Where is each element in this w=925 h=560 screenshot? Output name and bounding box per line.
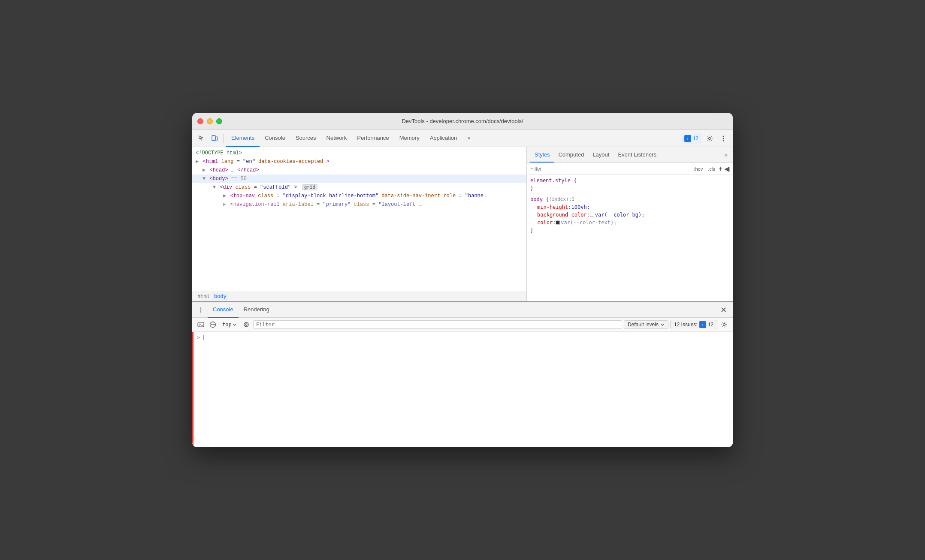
svg-point-20: [723, 324, 725, 326]
console-drawer: Console Rendering ✕: [192, 301, 733, 447]
tab-elements[interactable]: Elements: [226, 130, 260, 147]
window-title: DevTools - developer.chrome.com/docs/dev…: [402, 118, 523, 124]
console-cursor: |: [202, 334, 205, 340]
svg-point-11: [200, 311, 202, 313]
drawer-close-button[interactable]: ✕: [717, 304, 729, 316]
issues-button[interactable]: ! 12: [681, 133, 702, 144]
tab-memory[interactable]: Memory: [394, 130, 425, 147]
svg-point-17: [245, 324, 247, 325]
console-settings-button[interactable]: [719, 319, 729, 330]
more-options-button[interactable]: [717, 132, 729, 145]
console-issues-button[interactable]: 12 Issues: ! 12: [670, 320, 717, 329]
maximize-button[interactable]: [216, 118, 222, 124]
drawer-tab-rendering[interactable]: Rendering: [239, 302, 275, 318]
devtools-tabs: Elements Console Sources Network Perform…: [226, 130, 680, 147]
devtools-panel: Elements Console Sources Network Perform…: [192, 130, 733, 447]
console-filter-bar: [253, 320, 622, 329]
breadcrumb: html body: [192, 291, 526, 301]
dom-line-html[interactable]: ▶ <html lang = "en" data-cookies-accepte…: [192, 157, 526, 166]
drawer-toolbar: Console Rendering ✕: [192, 302, 733, 318]
drawer-tab-console[interactable]: Console: [208, 302, 239, 318]
traffic-lights: [197, 118, 222, 124]
styles-tab-event-listeners[interactable]: Event Listeners: [614, 147, 661, 163]
live-expression-button[interactable]: [241, 319, 251, 330]
console-toolbar: top Default levels: [192, 318, 733, 332]
dom-line-navrail[interactable]: ▶ <navigation-rail aria-label = "primary…: [192, 200, 493, 209]
execute-script-button[interactable]: [196, 319, 206, 330]
grid-badge[interactable]: grid: [302, 184, 317, 190]
console-prompt: >: [197, 334, 200, 340]
tab-more[interactable]: »: [462, 130, 475, 147]
toggle-changes-button[interactable]: ◀: [724, 165, 729, 173]
console-content[interactable]: > |: [192, 332, 733, 447]
context-selector[interactable]: top: [220, 321, 239, 328]
styles-tabs: Styles Computed Layout Event Listeners »: [527, 147, 733, 163]
body-style-rule: body { (index):1 min-height : 100vh; bac…: [530, 196, 729, 234]
tab-performance[interactable]: Performance: [352, 130, 394, 147]
svg-text:!: !: [702, 323, 703, 327]
elements-panel: <!DOCTYPE html> ▶ <html lang = "en" data…: [192, 147, 527, 301]
add-style-button[interactable]: +: [719, 165, 722, 173]
dom-line-head[interactable]: ▶ <head> … </head>: [192, 166, 526, 175]
breadcrumb-html[interactable]: html: [196, 293, 212, 300]
tab-network[interactable]: Network: [321, 130, 352, 147]
issues-icon: !: [684, 135, 691, 142]
toolbar-separator: [223, 134, 224, 143]
title-bar: DevTools - developer.chrome.com/docs/dev…: [192, 113, 733, 130]
devtools-window: DevTools - developer.chrome.com/docs/dev…: [192, 113, 733, 447]
dom-line-topnav[interactable]: ▶ <top-nav class = "display-block hairli…: [192, 192, 493, 200]
styles-tab-more[interactable]: »: [722, 151, 729, 158]
svg-point-10: [200, 309, 202, 310]
svg-point-6: [723, 135, 724, 137]
default-levels-button[interactable]: Default levels: [624, 320, 668, 329]
svg-rect-1: [216, 137, 218, 140]
svg-point-5: [709, 137, 711, 139]
svg-point-16: [244, 322, 248, 327]
cls-button[interactable]: .cls: [706, 166, 717, 172]
tab-sources[interactable]: Sources: [290, 130, 321, 147]
tab-application[interactable]: Application: [425, 130, 462, 147]
styles-filter-input[interactable]: [530, 166, 690, 172]
dom-tree[interactable]: <!DOCTYPE html> ▶ <html lang = "en" data…: [192, 147, 526, 291]
console-filter-input[interactable]: [256, 322, 619, 328]
devtools-toolbar: Elements Console Sources Network Perform…: [192, 130, 733, 147]
dom-line-doctype[interactable]: <!DOCTYPE html>: [192, 149, 526, 157]
settings-button[interactable]: [704, 132, 716, 145]
styles-tab-computed[interactable]: Computed: [554, 147, 588, 163]
device-toolbar-button[interactable]: [209, 132, 221, 145]
svg-text:!: !: [687, 137, 688, 141]
minimize-button[interactable]: [207, 118, 213, 124]
styles-tab-styles[interactable]: Styles: [530, 147, 554, 163]
close-button[interactable]: [197, 118, 203, 124]
console-issues-icon: !: [699, 321, 706, 328]
drawer-menu-button[interactable]: [196, 305, 206, 315]
bg-color-swatch[interactable]: [590, 213, 594, 217]
svg-point-9: [200, 307, 202, 309]
element-style-rule: element.style { }: [530, 177, 729, 192]
styles-filter-bar: :hov .cls + ◀: [527, 163, 733, 175]
svg-point-7: [723, 138, 724, 139]
dom-line-body[interactable]: ▼ <body> == $0: [192, 175, 526, 183]
toolbar-right: ! 12: [681, 132, 729, 145]
drawer-tabs: Console Rendering: [208, 302, 716, 318]
tab-console[interactable]: Console: [260, 130, 290, 147]
hov-button[interactable]: :hov: [692, 166, 704, 172]
styles-content[interactable]: element.style { } body { (index):1: [527, 175, 733, 301]
inspect-element-button[interactable]: [196, 132, 208, 145]
styles-panel: Styles Computed Layout Event Listeners »: [527, 147, 733, 301]
dom-line-scaffold[interactable]: ▼ <div class = "scaffold" > grid: [192, 183, 526, 192]
svg-point-8: [723, 140, 724, 141]
styles-tab-layout[interactable]: Layout: [588, 147, 614, 163]
text-color-swatch[interactable]: [556, 220, 560, 225]
clear-console-button[interactable]: [208, 319, 218, 330]
breadcrumb-body[interactable]: body: [212, 293, 228, 300]
svg-point-2: [213, 139, 214, 140]
devtools-main: <!DOCTYPE html> ▶ <html lang = "en" data…: [192, 147, 733, 301]
